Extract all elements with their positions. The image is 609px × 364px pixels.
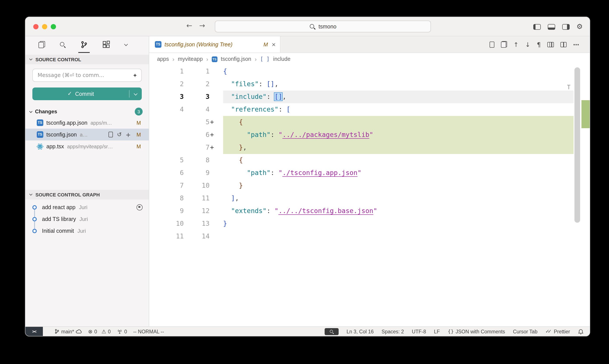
code-line-content[interactable]: "path": "./tsconfig.app.json"	[223, 167, 574, 179]
back-arrow-icon[interactable]: ←	[186, 21, 192, 30]
code-line-content[interactable]: ],	[223, 192, 574, 205]
change-row-tsconfig-json[interactable]: TS tsconfig.json a… ↺ + M	[25, 129, 149, 141]
diff-editor[interactable]: 11{22 "files": [],33 "include": [],44 "r…	[149, 65, 590, 326]
code-line[interactable]: 811 ],	[149, 192, 590, 205]
code-line-content[interactable]: {	[223, 65, 574, 78]
scrollbar-thumb[interactable]	[574, 67, 580, 223]
ports-indicator[interactable]: 0	[117, 329, 127, 334]
magnifier-icon	[329, 329, 334, 334]
warning-count: 0	[108, 329, 111, 334]
code-line-content[interactable]: }	[223, 179, 574, 192]
code-line[interactable]: 22 "files": [],	[149, 78, 590, 91]
close-tab-icon[interactable]: ×	[272, 41, 276, 48]
source-control-section-header[interactable]: SOURCE CONTROL	[25, 55, 149, 64]
code-line-content[interactable]	[223, 230, 574, 243]
cursor-tab-indicator[interactable]: Cursor Tab	[513, 329, 537, 334]
original-line-number: 3	[149, 91, 189, 103]
toggle-secondary-sidebar-icon[interactable]	[562, 24, 570, 29]
chevron-down-icon	[134, 92, 138, 95]
remote-indicator[interactable]: ><	[25, 327, 43, 336]
commit-message-input[interactable]	[37, 72, 132, 79]
open-file-icon[interactable]	[109, 132, 113, 137]
settings-gear-icon[interactable]: ⚙	[576, 23, 583, 30]
sidebar: SOURCE CONTROL ✦ ✓ Commit Changes	[25, 36, 149, 326]
branch-indicator[interactable]: main*	[54, 329, 82, 334]
change-row-app-tsx[interactable]: app.tsx apps/myviteapp/sr… M	[25, 141, 149, 152]
code-line-content[interactable]: "extends": "../../tsconfig.base.json"	[223, 205, 574, 217]
added-line-plus: +	[210, 141, 214, 154]
code-line-content[interactable]: "files": [],	[223, 78, 574, 91]
split-editor-icon[interactable]	[560, 42, 567, 47]
titlebar[interactable]: ← → tsmono ⚙	[25, 17, 590, 36]
code-line[interactable]: 710 }	[149, 179, 590, 192]
code-line[interactable]: 44 "references": [	[149, 103, 590, 116]
more-actions-icon[interactable]: ⋯	[573, 41, 579, 48]
cursor-position-indicator[interactable]: Ln 3, Col 16	[347, 329, 374, 334]
more-views-item[interactable]	[124, 36, 128, 53]
previous-change-icon[interactable]: ↑	[513, 41, 518, 48]
code-line-content[interactable]: },	[223, 141, 574, 154]
toggle-panel-icon[interactable]	[547, 24, 555, 29]
notifications-indicator[interactable]	[578, 328, 584, 335]
search-activity-item[interactable]	[59, 36, 66, 53]
code-line[interactable]: 69 "path": "./tsconfig.app.json"	[149, 167, 590, 179]
compare-icon[interactable]	[501, 41, 507, 48]
discard-changes-icon[interactable]: ↺	[117, 132, 122, 137]
modified-line-number: 8	[189, 154, 214, 167]
code-line[interactable]: 5+ {	[149, 116, 590, 129]
code-line-content[interactable]: "references": [	[223, 103, 574, 116]
change-row-tsconfig-app-json[interactable]: TS tsconfig.app.json apps/m… M	[25, 117, 149, 129]
language-mode-indicator[interactable]: {} JSON with Comments	[448, 329, 505, 334]
toggle-primary-sidebar-icon[interactable]	[533, 24, 541, 29]
code-line-content[interactable]: }	[223, 217, 574, 230]
tab-tsconfig-json-working-tree[interactable]: TS tsconfig.json (Working Tree) M ×	[149, 36, 280, 52]
vim-mode-indicator[interactable]: -- NORMAL --	[133, 329, 164, 334]
commit-button[interactable]: ✓ Commit	[32, 88, 142, 100]
code-line[interactable]: 58 {	[149, 154, 590, 167]
editor-actions: ↑ ↓ ¶ ⋯	[489, 36, 590, 52]
whitespace-icon[interactable]: ¶	[537, 41, 541, 48]
source-control-graph-header[interactable]: SOURCE CONTROL GRAPH	[25, 190, 149, 199]
code-line[interactable]: 33 "include": [],	[149, 91, 590, 103]
open-file-icon[interactable]	[489, 41, 494, 48]
forward-arrow-icon[interactable]: →	[199, 21, 205, 30]
changes-section-header[interactable]: Changes 3	[25, 106, 149, 117]
close-window-button[interactable]	[33, 24, 39, 29]
code-line-content[interactable]: "path": "../../packages/mytslib"	[223, 129, 574, 141]
problems-indicator[interactable]: ⊗ 0 ⚠ 0	[88, 329, 111, 334]
commit-row[interactable]: add react app Juri	[25, 201, 149, 213]
command-center-search[interactable]: tsmono	[215, 21, 431, 32]
outline-map-icon[interactable]	[547, 42, 554, 47]
breadcrumb-apps[interactable]: apps	[157, 56, 169, 62]
indentation-indicator[interactable]: Spaces: 2	[381, 329, 404, 334]
explorer-activity-item[interactable]	[38, 36, 46, 53]
commit-dropdown-button[interactable]	[130, 88, 142, 100]
breadcrumb-include[interactable]: include	[273, 56, 290, 62]
commit-row[interactable]: Initial commit Juri	[25, 225, 149, 237]
stage-changes-icon[interactable]: +	[126, 131, 131, 138]
next-change-icon[interactable]: ↓	[525, 41, 530, 48]
generate-message-sparkle-icon[interactable]: ✦	[132, 72, 137, 78]
code-line[interactable]: 7+ },	[149, 141, 590, 154]
breadcrumb-tsconfig-json[interactable]: tsconfig.json	[221, 56, 251, 62]
breadcrumb-myviteapp[interactable]: myviteapp	[178, 56, 203, 62]
code-line[interactable]: 11{	[149, 65, 590, 78]
eol-indicator[interactable]: LF	[434, 329, 440, 334]
zoom-window-button[interactable]	[51, 24, 56, 29]
minimize-window-button[interactable]	[42, 24, 47, 29]
zoom-indicator[interactable]	[325, 328, 339, 335]
code-line[interactable]: 1013}	[149, 217, 590, 230]
code-line[interactable]: 6+ "path": "../../packages/mytslib"	[149, 129, 590, 141]
code-line[interactable]: 912 "extends": "../../tsconfig.base.json…	[149, 205, 590, 217]
code-line-content[interactable]: "include": [],	[223, 91, 574, 103]
original-line-number: 4	[149, 103, 189, 116]
source-control-activity-item[interactable]	[79, 36, 89, 53]
extensions-activity-item[interactable]	[102, 36, 111, 53]
encoding-indicator[interactable]: UTF-8	[412, 329, 426, 334]
formatter-indicator[interactable]: ✓✓ Prettier	[545, 329, 570, 334]
code-line-content[interactable]: {	[223, 154, 574, 167]
code-line-content[interactable]: {	[223, 116, 574, 129]
head-indicator-icon[interactable]	[137, 204, 143, 210]
code-line[interactable]: 1114	[149, 230, 590, 243]
commit-row[interactable]: add TS library Juri	[25, 213, 149, 225]
